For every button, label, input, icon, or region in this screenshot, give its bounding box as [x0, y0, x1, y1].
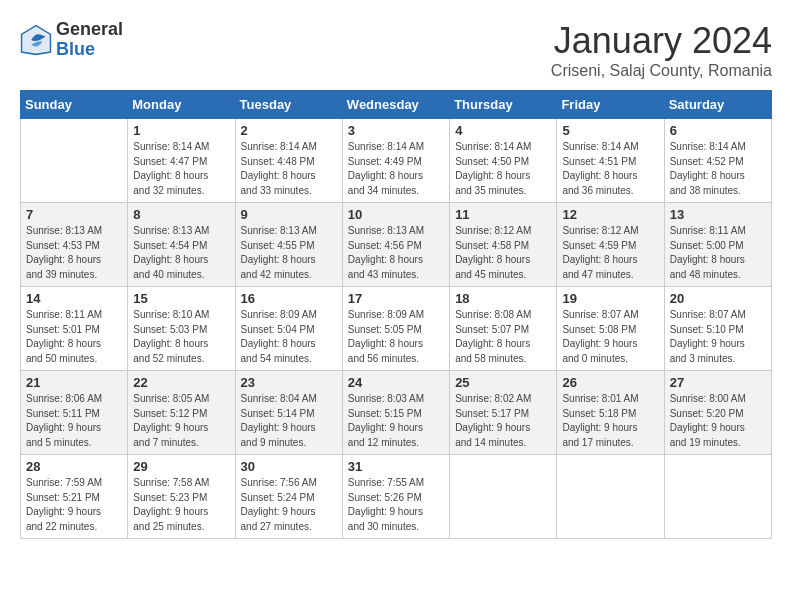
calendar-cell: 16Sunrise: 8:09 AM Sunset: 5:04 PM Dayli…	[235, 287, 342, 371]
calendar-cell: 12Sunrise: 8:12 AM Sunset: 4:59 PM Dayli…	[557, 203, 664, 287]
day-detail: Sunrise: 8:05 AM Sunset: 5:12 PM Dayligh…	[133, 392, 229, 450]
day-detail: Sunrise: 8:10 AM Sunset: 5:03 PM Dayligh…	[133, 308, 229, 366]
day-number: 22	[133, 375, 229, 390]
day-detail: Sunrise: 8:08 AM Sunset: 5:07 PM Dayligh…	[455, 308, 551, 366]
calendar-cell: 1Sunrise: 8:14 AM Sunset: 4:47 PM Daylig…	[128, 119, 235, 203]
calendar-cell: 14Sunrise: 8:11 AM Sunset: 5:01 PM Dayli…	[21, 287, 128, 371]
day-detail: Sunrise: 7:56 AM Sunset: 5:24 PM Dayligh…	[241, 476, 337, 534]
day-detail: Sunrise: 8:14 AM Sunset: 4:47 PM Dayligh…	[133, 140, 229, 198]
day-detail: Sunrise: 7:55 AM Sunset: 5:26 PM Dayligh…	[348, 476, 444, 534]
day-detail: Sunrise: 8:12 AM Sunset: 4:59 PM Dayligh…	[562, 224, 658, 282]
day-number: 13	[670, 207, 766, 222]
calendar-cell: 5Sunrise: 8:14 AM Sunset: 4:51 PM Daylig…	[557, 119, 664, 203]
week-row-0: 1Sunrise: 8:14 AM Sunset: 4:47 PM Daylig…	[21, 119, 772, 203]
calendar-cell: 11Sunrise: 8:12 AM Sunset: 4:58 PM Dayli…	[450, 203, 557, 287]
day-detail: Sunrise: 8:03 AM Sunset: 5:15 PM Dayligh…	[348, 392, 444, 450]
header-saturday: Saturday	[664, 91, 771, 119]
day-detail: Sunrise: 8:02 AM Sunset: 5:17 PM Dayligh…	[455, 392, 551, 450]
day-detail: Sunrise: 7:59 AM Sunset: 5:21 PM Dayligh…	[26, 476, 122, 534]
day-detail: Sunrise: 8:14 AM Sunset: 4:48 PM Dayligh…	[241, 140, 337, 198]
day-number: 19	[562, 291, 658, 306]
day-detail: Sunrise: 8:12 AM Sunset: 4:58 PM Dayligh…	[455, 224, 551, 282]
calendar-cell: 10Sunrise: 8:13 AM Sunset: 4:56 PM Dayli…	[342, 203, 449, 287]
header-wednesday: Wednesday	[342, 91, 449, 119]
day-number: 10	[348, 207, 444, 222]
header-friday: Friday	[557, 91, 664, 119]
day-number: 28	[26, 459, 122, 474]
day-number: 7	[26, 207, 122, 222]
calendar-cell	[450, 455, 557, 539]
day-number: 4	[455, 123, 551, 138]
title-block: January 2024 Criseni, Salaj County, Roma…	[551, 20, 772, 80]
calendar-cell	[664, 455, 771, 539]
day-detail: Sunrise: 8:07 AM Sunset: 5:10 PM Dayligh…	[670, 308, 766, 366]
calendar-cell: 22Sunrise: 8:05 AM Sunset: 5:12 PM Dayli…	[128, 371, 235, 455]
week-row-1: 7Sunrise: 8:13 AM Sunset: 4:53 PM Daylig…	[21, 203, 772, 287]
calendar-cell	[21, 119, 128, 203]
day-number: 26	[562, 375, 658, 390]
day-detail: Sunrise: 7:58 AM Sunset: 5:23 PM Dayligh…	[133, 476, 229, 534]
calendar-cell: 26Sunrise: 8:01 AM Sunset: 5:18 PM Dayli…	[557, 371, 664, 455]
calendar-header-row: SundayMondayTuesdayWednesdayThursdayFrid…	[21, 91, 772, 119]
logo: General Blue	[20, 20, 123, 60]
day-number: 18	[455, 291, 551, 306]
calendar-cell: 25Sunrise: 8:02 AM Sunset: 5:17 PM Dayli…	[450, 371, 557, 455]
day-detail: Sunrise: 8:00 AM Sunset: 5:20 PM Dayligh…	[670, 392, 766, 450]
calendar-cell: 6Sunrise: 8:14 AM Sunset: 4:52 PM Daylig…	[664, 119, 771, 203]
day-number: 15	[133, 291, 229, 306]
calendar-cell: 8Sunrise: 8:13 AM Sunset: 4:54 PM Daylig…	[128, 203, 235, 287]
calendar-cell: 9Sunrise: 8:13 AM Sunset: 4:55 PM Daylig…	[235, 203, 342, 287]
day-number: 20	[670, 291, 766, 306]
day-number: 14	[26, 291, 122, 306]
logo-general-text: General	[56, 20, 123, 40]
month-title: January 2024	[551, 20, 772, 62]
calendar-cell: 28Sunrise: 7:59 AM Sunset: 5:21 PM Dayli…	[21, 455, 128, 539]
day-detail: Sunrise: 8:09 AM Sunset: 5:04 PM Dayligh…	[241, 308, 337, 366]
day-number: 27	[670, 375, 766, 390]
logo-icon	[20, 24, 52, 56]
calendar-cell: 21Sunrise: 8:06 AM Sunset: 5:11 PM Dayli…	[21, 371, 128, 455]
day-number: 1	[133, 123, 229, 138]
calendar-cell: 7Sunrise: 8:13 AM Sunset: 4:53 PM Daylig…	[21, 203, 128, 287]
day-number: 5	[562, 123, 658, 138]
calendar-cell: 29Sunrise: 7:58 AM Sunset: 5:23 PM Dayli…	[128, 455, 235, 539]
calendar-cell: 4Sunrise: 8:14 AM Sunset: 4:50 PM Daylig…	[450, 119, 557, 203]
day-number: 24	[348, 375, 444, 390]
calendar-cell: 31Sunrise: 7:55 AM Sunset: 5:26 PM Dayli…	[342, 455, 449, 539]
calendar-cell: 19Sunrise: 8:07 AM Sunset: 5:08 PM Dayli…	[557, 287, 664, 371]
day-detail: Sunrise: 8:11 AM Sunset: 5:00 PM Dayligh…	[670, 224, 766, 282]
calendar-cell: 24Sunrise: 8:03 AM Sunset: 5:15 PM Dayli…	[342, 371, 449, 455]
calendar-table: SundayMondayTuesdayWednesdayThursdayFrid…	[20, 90, 772, 539]
day-detail: Sunrise: 8:01 AM Sunset: 5:18 PM Dayligh…	[562, 392, 658, 450]
calendar-cell	[557, 455, 664, 539]
day-number: 29	[133, 459, 229, 474]
logo-text: General Blue	[56, 20, 123, 60]
day-detail: Sunrise: 8:14 AM Sunset: 4:52 PM Dayligh…	[670, 140, 766, 198]
day-detail: Sunrise: 8:14 AM Sunset: 4:49 PM Dayligh…	[348, 140, 444, 198]
day-detail: Sunrise: 8:04 AM Sunset: 5:14 PM Dayligh…	[241, 392, 337, 450]
calendar-cell: 18Sunrise: 8:08 AM Sunset: 5:07 PM Dayli…	[450, 287, 557, 371]
day-number: 11	[455, 207, 551, 222]
calendar-cell: 30Sunrise: 7:56 AM Sunset: 5:24 PM Dayli…	[235, 455, 342, 539]
day-number: 31	[348, 459, 444, 474]
calendar-cell: 3Sunrise: 8:14 AM Sunset: 4:49 PM Daylig…	[342, 119, 449, 203]
day-detail: Sunrise: 8:13 AM Sunset: 4:53 PM Dayligh…	[26, 224, 122, 282]
week-row-2: 14Sunrise: 8:11 AM Sunset: 5:01 PM Dayli…	[21, 287, 772, 371]
week-row-3: 21Sunrise: 8:06 AM Sunset: 5:11 PM Dayli…	[21, 371, 772, 455]
day-detail: Sunrise: 8:07 AM Sunset: 5:08 PM Dayligh…	[562, 308, 658, 366]
day-number: 21	[26, 375, 122, 390]
day-number: 30	[241, 459, 337, 474]
calendar-cell: 27Sunrise: 8:00 AM Sunset: 5:20 PM Dayli…	[664, 371, 771, 455]
day-number: 9	[241, 207, 337, 222]
day-number: 23	[241, 375, 337, 390]
location-title: Criseni, Salaj County, Romania	[551, 62, 772, 80]
header-sunday: Sunday	[21, 91, 128, 119]
header-thursday: Thursday	[450, 91, 557, 119]
day-detail: Sunrise: 8:14 AM Sunset: 4:50 PM Dayligh…	[455, 140, 551, 198]
header-tuesday: Tuesday	[235, 91, 342, 119]
day-detail: Sunrise: 8:13 AM Sunset: 4:56 PM Dayligh…	[348, 224, 444, 282]
day-number: 6	[670, 123, 766, 138]
day-detail: Sunrise: 8:11 AM Sunset: 5:01 PM Dayligh…	[26, 308, 122, 366]
calendar-cell: 2Sunrise: 8:14 AM Sunset: 4:48 PM Daylig…	[235, 119, 342, 203]
logo-blue-text: Blue	[56, 40, 123, 60]
